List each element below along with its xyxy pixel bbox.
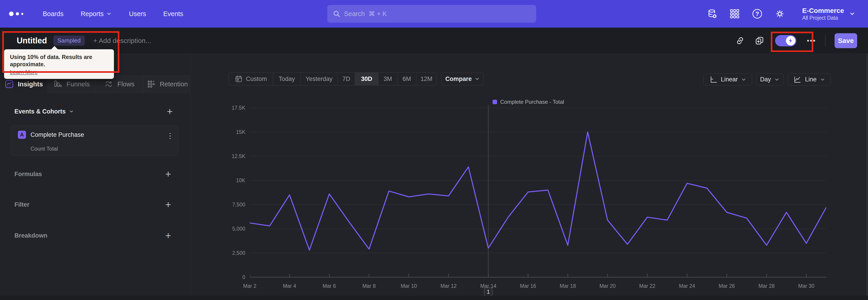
title-bar-actions: ••• Save bbox=[735, 33, 857, 48]
nav-item-label: Users bbox=[129, 10, 146, 18]
add-event-button[interactable]: + bbox=[167, 107, 173, 116]
events-cohorts-toggle[interactable]: Events & Cohorts bbox=[14, 108, 74, 115]
section-breakdown[interactable]: Breakdown+ bbox=[0, 230, 191, 242]
search-input[interactable] bbox=[344, 10, 531, 18]
global-search[interactable] bbox=[327, 5, 536, 23]
chart-plot-area[interactable] bbox=[250, 104, 826, 279]
sampled-badge[interactable]: Sampled bbox=[53, 35, 85, 46]
range-12m[interactable]: 12M bbox=[416, 72, 436, 85]
range-30d[interactable]: 30D bbox=[355, 72, 378, 85]
project-name: E-Commerce bbox=[802, 6, 844, 15]
primary-nav: BoardsReportsUsersEvents bbox=[43, 10, 183, 18]
annotation-marker[interactable]: 1 bbox=[484, 288, 493, 296]
range-3m[interactable]: 3M bbox=[378, 72, 397, 85]
line-chart-icon bbox=[793, 75, 802, 84]
top-nav: BoardsReportsUsersEvents bbox=[0, 0, 868, 28]
mixpanel-app: BoardsReportsUsersEvents bbox=[0, 0, 868, 300]
save-button[interactable]: Save bbox=[835, 33, 857, 48]
x-axis-label: Mar 12 bbox=[428, 283, 469, 289]
sampling-tooltip: Using 10% of data. Results are approxima… bbox=[4, 49, 114, 79]
tab-label: Funnels bbox=[66, 81, 90, 88]
tab-label: Flows bbox=[117, 81, 134, 88]
linear-axis-icon bbox=[709, 75, 718, 84]
x-axis-label: Mar 10 bbox=[388, 283, 429, 289]
report-title[interactable]: Untitled bbox=[17, 36, 47, 46]
nav-item-reports[interactable]: Reports bbox=[81, 10, 112, 18]
nav-item-users[interactable]: Users bbox=[129, 10, 146, 18]
interval-dropdown[interactable]: Day bbox=[756, 73, 784, 86]
scale-label: Linear bbox=[721, 76, 738, 83]
x-axis-label: Mar 16 bbox=[508, 283, 548, 289]
section-label: Filter bbox=[14, 201, 29, 208]
report-title-bar: Untitled Sampled + Add description... bbox=[0, 28, 868, 54]
project-switcher[interactable]: E-Commerce All Project Data bbox=[802, 6, 855, 21]
scale-dropdown[interactable]: Linear bbox=[704, 73, 752, 86]
section-label: Formulas bbox=[14, 171, 42, 178]
range-today[interactable]: Today bbox=[273, 72, 301, 85]
nav-item-label: Boards bbox=[43, 10, 64, 18]
y-axis-label: 15K bbox=[191, 129, 245, 136]
nav-right-cluster: ? E-Commerce All Project Data bbox=[707, 6, 855, 21]
question-mark: ? bbox=[752, 9, 762, 19]
range-6m[interactable]: 6M bbox=[397, 72, 416, 85]
copy-icon[interactable] bbox=[754, 35, 765, 46]
nav-item-boards[interactable]: Boards bbox=[43, 10, 64, 18]
divider bbox=[825, 35, 826, 46]
add-breakdown-button[interactable]: + bbox=[165, 231, 171, 241]
add-formulas-button[interactable]: + bbox=[165, 169, 171, 179]
range-7d[interactable]: 7D bbox=[338, 72, 355, 85]
add-filter-button[interactable]: + bbox=[165, 200, 171, 210]
mixpanel-logo[interactable] bbox=[9, 11, 23, 16]
event-metric[interactable]: Count Total bbox=[31, 146, 58, 152]
apps-grid-icon[interactable] bbox=[730, 8, 740, 19]
nav-item-events[interactable]: Events bbox=[163, 10, 183, 18]
scrollbar-track[interactable] bbox=[867, 54, 867, 296]
chart-type-label: Line bbox=[805, 76, 816, 83]
range-yesterday[interactable]: Yesterday bbox=[301, 72, 338, 85]
query-builder-sidebar: InsightsFunnelsFlowsRetention Events & C… bbox=[0, 54, 191, 300]
project-scope: All Project Data bbox=[802, 15, 844, 21]
tab-label: Insights bbox=[18, 81, 43, 88]
more-menu[interactable]: ••• bbox=[807, 37, 816, 44]
events-cohorts-label: Events & Cohorts bbox=[14, 108, 66, 115]
nav-item-label: Events bbox=[163, 10, 183, 18]
logo-dot bbox=[21, 13, 23, 15]
x-axis-label: Mar 28 bbox=[746, 283, 787, 289]
chevron-down-icon bbox=[820, 77, 825, 82]
settings-gear-icon[interactable] bbox=[775, 8, 785, 19]
section-filter[interactable]: Filter+ bbox=[0, 199, 191, 211]
learn-more-link[interactable]: Learn More bbox=[10, 69, 38, 75]
event-card[interactable]: A Complete Purchase Count Total bbox=[11, 125, 178, 155]
sampling-toggle[interactable] bbox=[775, 35, 796, 46]
data-management-icon[interactable] bbox=[707, 8, 717, 19]
y-axis-label: 17.5K bbox=[191, 104, 245, 111]
tooltip-message: Using 10% of data. Results are approxima… bbox=[10, 53, 108, 68]
events-cohorts-header: Events & Cohorts + bbox=[14, 106, 173, 118]
x-axis-label: Mar 18 bbox=[548, 283, 588, 289]
compare-button[interactable]: Compare bbox=[441, 72, 484, 86]
nav-item-label: Reports bbox=[81, 10, 104, 18]
funnels-icon bbox=[53, 80, 62, 89]
range-label: 6M bbox=[403, 76, 411, 83]
tab-retention[interactable]: Retention bbox=[143, 75, 191, 93]
chevron-down-icon bbox=[849, 11, 855, 17]
logo-dot bbox=[16, 12, 19, 16]
event-name: Complete Purchase bbox=[31, 131, 84, 138]
search-icon bbox=[333, 10, 340, 18]
section-formulas[interactable]: Formulas+ bbox=[0, 168, 191, 180]
chart-type-dropdown[interactable]: Line bbox=[788, 73, 831, 86]
event-options-icon[interactable] bbox=[168, 131, 172, 140]
add-description[interactable]: + Add description... bbox=[93, 37, 151, 44]
range-custom[interactable]: Custom bbox=[229, 72, 273, 85]
x-axis-label: Mar 20 bbox=[587, 283, 628, 289]
legend-swatch bbox=[493, 100, 497, 104]
copy-link-icon[interactable] bbox=[735, 35, 745, 46]
x-axis-label: Mar 30 bbox=[786, 283, 827, 289]
x-axis-label: Mar 4 bbox=[269, 283, 310, 289]
help-icon[interactable]: ? bbox=[752, 8, 763, 19]
chart-panel: CustomTodayYesterday7D30D3M6M12M Compare… bbox=[191, 54, 868, 300]
lightning-bolt-icon bbox=[788, 38, 794, 43]
x-axis-label: Mar 6 bbox=[309, 283, 350, 289]
range-label: Yesterday bbox=[306, 76, 333, 83]
y-axis-label: 5,000 bbox=[191, 226, 245, 232]
